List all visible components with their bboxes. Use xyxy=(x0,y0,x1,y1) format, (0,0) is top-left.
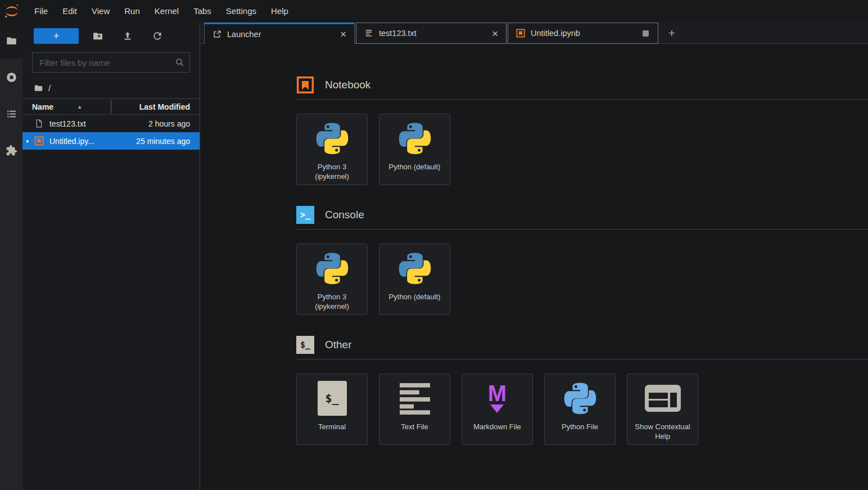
file-name: Untitled.ipy... xyxy=(49,137,94,146)
breadcrumb-root[interactable]: / xyxy=(48,83,51,93)
section-title: Notebook xyxy=(325,79,370,91)
section-divider xyxy=(296,99,868,100)
section-header: >_ Console xyxy=(296,206,868,224)
launcher-icon xyxy=(213,30,221,39)
main-area: Launcher × test123.txt × Untitled.ipynb … xyxy=(201,23,868,490)
menu-view[interactable]: View xyxy=(84,0,117,23)
card-label: Text File xyxy=(397,422,431,432)
jupyter-logo-icon xyxy=(3,3,20,20)
python-logo-icon xyxy=(397,244,433,293)
menu-run[interactable]: Run xyxy=(117,0,147,23)
markdown-icon: M xyxy=(488,374,507,422)
section-header: $_ Other xyxy=(296,336,868,354)
refresh-icon[interactable] xyxy=(152,30,163,42)
launcher-section-notebook: Notebook Python 3 (ipykernel) Python (de… xyxy=(296,76,868,185)
text-lines-icon xyxy=(400,374,430,422)
python-mono-icon xyxy=(562,374,598,422)
file-browser-panel: + / Name ▲ Last Modified xyxy=(22,23,200,490)
section-title: Console xyxy=(325,209,364,221)
activity-bar xyxy=(0,23,22,490)
card-notebook-python3-ipykernel[interactable]: Python 3 (ipykernel) xyxy=(296,114,368,185)
card-label: Python (default) xyxy=(386,293,444,302)
tab-untitled-ipynb[interactable]: Untitled.ipynb xyxy=(508,23,658,44)
contextual-help-icon xyxy=(645,374,681,422)
new-tab-button[interactable]: + xyxy=(659,23,684,44)
card-label: Show Contextual Help xyxy=(627,422,698,442)
tab-test123[interactable]: test123.txt × xyxy=(356,23,507,44)
menu-edit[interactable]: Edit xyxy=(55,0,84,23)
card-console-python-default[interactable]: Python (default) xyxy=(379,244,450,315)
terminal-prompt-glyph: $_ xyxy=(325,392,338,405)
terminal-icon: $_ xyxy=(296,336,314,354)
launcher-body: Notebook Python 3 (ipykernel) Python (de… xyxy=(201,44,868,445)
new-launcher-button[interactable]: + xyxy=(34,28,79,44)
card-row: $_ Terminal Text File xyxy=(296,374,868,445)
filter-files-input[interactable] xyxy=(32,52,190,73)
card-terminal[interactable]: $_ Terminal xyxy=(296,374,368,445)
tab-bar: Launcher × test123.txt × Untitled.ipynb … xyxy=(201,23,868,44)
card-python-file[interactable]: Python File xyxy=(544,374,616,445)
notebook-icon xyxy=(296,76,314,94)
text-file-icon xyxy=(364,29,373,38)
python-logo-icon xyxy=(397,114,433,163)
file-listing: Name ▲ Last Modified test123.txt 2 hours… xyxy=(22,98,200,150)
upload-icon[interactable] xyxy=(122,30,133,42)
card-text-file[interactable]: Text File xyxy=(379,374,450,445)
column-header-modified[interactable]: Last Modified xyxy=(139,102,200,111)
terminal-icon: $_ xyxy=(318,374,347,422)
markdown-letter: M xyxy=(488,384,507,403)
card-row: Python 3 (ipykernel) Python (default) xyxy=(296,244,868,315)
notebook-icon xyxy=(516,29,525,38)
notebook-icon xyxy=(34,136,44,146)
file-modified: 2 hours ago xyxy=(148,119,200,128)
breadcrumb: / xyxy=(22,77,200,98)
close-icon[interactable]: × xyxy=(489,28,501,39)
menu-tabs[interactable]: Tabs xyxy=(186,0,219,23)
card-label: Terminal xyxy=(315,422,349,432)
close-icon[interactable]: × xyxy=(337,29,350,39)
tab-label: Launcher xyxy=(227,30,261,39)
file-icon xyxy=(34,119,44,128)
menu-help[interactable]: Help xyxy=(264,0,296,23)
running-kernel-indicator: ● xyxy=(26,138,29,143)
card-markdown-file[interactable]: M Markdown File xyxy=(462,374,533,445)
sidebar-item-file-browser[interactable] xyxy=(0,23,22,59)
launcher-section-console: >_ Console Python 3 (ipykernel) Python (… xyxy=(296,206,868,315)
tab-launcher[interactable]: Launcher × xyxy=(204,23,355,44)
card-label: Python (default) xyxy=(386,163,444,172)
markdown-arrow xyxy=(490,404,504,413)
section-header: Notebook xyxy=(296,76,868,94)
menu-kernel[interactable]: Kernel xyxy=(147,0,186,23)
sidebar-item-table-of-contents[interactable] xyxy=(0,96,22,132)
file-listing-header: Name ▲ Last Modified xyxy=(22,98,200,115)
console-prompt-glyph: >_ xyxy=(300,210,310,220)
new-folder-icon[interactable] xyxy=(92,30,103,42)
table-row-selected[interactable]: ● Untitled.ipy... 25 minutes ago xyxy=(22,132,200,150)
card-console-python3-ipykernel[interactable]: Python 3 (ipykernel) xyxy=(296,244,368,315)
list-icon xyxy=(6,108,17,120)
menu-file[interactable]: File xyxy=(27,0,55,23)
menu-settings[interactable]: Settings xyxy=(219,0,264,23)
card-label: Markdown File xyxy=(470,422,525,432)
card-label: Python File xyxy=(558,422,602,432)
folder-icon xyxy=(6,35,17,47)
card-label: Python 3 (ipykernel) xyxy=(297,293,367,312)
menu-bar: File Edit View Run Kernel Tabs Settings … xyxy=(0,0,868,23)
card-notebook-python-default[interactable]: Python (default) xyxy=(379,114,450,185)
filter-files-row xyxy=(32,52,190,73)
table-row[interactable]: test123.txt 2 hours ago xyxy=(22,115,200,132)
column-header-name[interactable]: Name xyxy=(22,102,53,111)
tab-label: test123.txt xyxy=(379,29,417,38)
file-name: test123.txt xyxy=(49,119,86,128)
stop-circle-icon xyxy=(6,71,17,83)
python-logo-icon xyxy=(314,244,350,293)
sidebar-item-running-sessions[interactable] xyxy=(0,59,22,96)
column-separator xyxy=(111,100,111,113)
section-title: Other xyxy=(325,339,352,351)
card-show-contextual-help[interactable]: Show Contextual Help xyxy=(627,374,698,445)
section-divider xyxy=(296,359,868,359)
file-browser-toolbar: + xyxy=(22,23,200,50)
home-folder-icon[interactable] xyxy=(34,83,43,93)
search-icon xyxy=(175,57,185,68)
sidebar-item-extensions[interactable] xyxy=(0,132,22,169)
